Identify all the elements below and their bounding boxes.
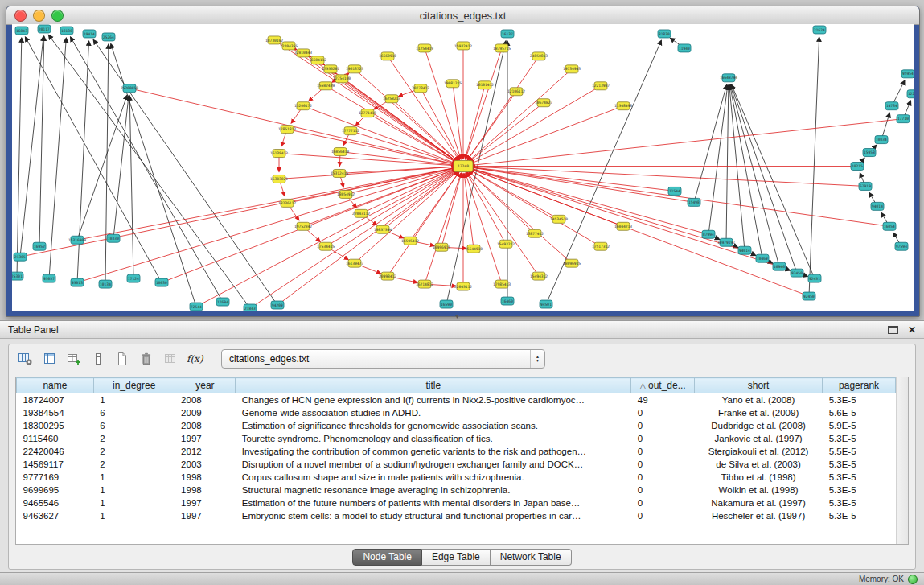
graph-node[interactable]: 87994	[702, 230, 715, 238]
column-header-out_de[interactable]: △ out_de...	[631, 378, 695, 393]
graph-node[interactable]: 15932412	[454, 42, 472, 50]
graph-node[interactable]: 18054912	[337, 190, 355, 198]
graph-node[interactable]: 11548498	[614, 102, 632, 110]
graph-node[interactable]: 19752342	[294, 222, 312, 230]
graph-node[interactable]: 18096915	[563, 259, 581, 267]
graph-node[interactable]: 22043112	[352, 209, 370, 217]
graph-node[interactable]: 17556201	[322, 65, 339, 73]
graph-node[interactable]: 18236112	[278, 199, 296, 207]
graph-node[interactable]: 72544	[190, 303, 203, 311]
graph-node[interactable]: 19613725	[346, 65, 363, 73]
graph-node[interactable]: 19081215	[444, 80, 462, 88]
graph-node[interactable]: 11254419	[416, 44, 433, 52]
window-titlebar[interactable]: citations_edges.txt	[6, 6, 919, 25]
graph-node[interactable]: 25264	[102, 33, 115, 41]
graph-node[interactable]: 16258213	[383, 95, 400, 103]
graph-node[interactable]: 16660910	[379, 52, 396, 60]
splitter-handle[interactable]: ▾	[455, 312, 459, 320]
graph-node[interactable]: 19414	[83, 30, 96, 38]
table-row[interactable]: 969969511998Structural magnetic resonanc…	[17, 484, 896, 496]
graph-node[interactable]: 21843	[244, 304, 257, 311]
function-builder-icon[interactable]: f(x)	[184, 348, 205, 369]
graph-node[interactable]: 17851813	[278, 126, 296, 134]
graph-node[interactable]: 16590	[440, 300, 453, 308]
graph-node[interactable]: 92450	[803, 292, 815, 300]
graph-node[interactable]: 17777112	[342, 127, 359, 135]
graph-node[interactable]: 17534415	[317, 242, 335, 250]
graph-node[interactable]: 16043	[15, 27, 28, 35]
table-row[interactable]: 1456911722003Disruption of a novel membe…	[17, 458, 896, 471]
graph-node[interactable]: 12771419	[359, 109, 376, 117]
window-minimize-button[interactable]	[33, 10, 45, 22]
table-row[interactable]: 1872400712008Changes of HCN gene express…	[17, 393, 896, 407]
column-header-name[interactable]: name	[17, 378, 94, 393]
graph-node[interactable]: 95954	[901, 70, 914, 78]
column-header-short[interactable]: short	[694, 378, 822, 393]
graph-node[interactable]: 16946	[773, 262, 786, 270]
delete-column-icon[interactable]	[88, 348, 109, 369]
graph-node[interactable]: 12204355	[280, 42, 298, 50]
graph-node[interactable]: 81830	[658, 30, 671, 38]
network-canvas[interactable]: 1873016212204355228104431660411217556201…	[12, 24, 914, 311]
create-column-icon[interactable]	[64, 348, 84, 369]
graph-node[interactable]: 13877412	[526, 229, 544, 237]
graph-node[interactable]: 16952	[33, 242, 46, 250]
graph-node[interactable]: 16139477	[346, 259, 363, 267]
window-zoom-button[interactable]	[51, 10, 64, 22]
graph-node[interactable]: 16648794	[720, 74, 737, 82]
graph-node[interactable]: 10469	[756, 254, 769, 262]
graph-svg[interactable]: 1873016212204355228104431660411217556201…	[12, 24, 914, 311]
graph-node[interactable]: 97594	[895, 242, 908, 250]
graph-node[interactable]: 11940	[678, 44, 691, 52]
show-columns-icon[interactable]	[39, 348, 60, 369]
graph-node[interactable]: 16101412	[476, 81, 494, 89]
table-row[interactable]: 946362711997Embryonic stem cells: a mode…	[17, 509, 896, 522]
graph-node[interactable]: 94614	[738, 246, 751, 254]
graph-node[interactable]: 15493212	[497, 240, 515, 248]
graph-node[interactable]: 16979197	[717, 238, 735, 246]
graph-node[interactable]: 10030	[155, 278, 168, 286]
graph-node[interactable]: 22045112	[454, 282, 472, 290]
graph-node[interactable]: 19857594	[374, 225, 392, 233]
column-header-in_degree[interactable]: in_degree	[93, 378, 175, 393]
column-header-pagerank[interactable]: pagerank	[823, 378, 896, 393]
graph-node[interactable]: 17240	[454, 161, 473, 172]
table-row[interactable]: 911546021997Tourette syndrome. Phenomeno…	[17, 432, 896, 445]
graph-node[interactable]: 18795715	[493, 44, 511, 52]
float-panel-icon[interactable]	[888, 326, 898, 334]
table-row[interactable]: 2242004622012Investigating the contribut…	[17, 445, 896, 458]
column-header-year[interactable]: year	[175, 378, 236, 393]
graph-node[interactable]: 92450	[791, 269, 803, 277]
window-close-button[interactable]	[14, 10, 27, 22]
graph-node[interactable]: 17694	[216, 298, 229, 306]
tab-node-table[interactable]: Node Table	[352, 549, 422, 566]
graph-node[interactable]: 16460	[501, 297, 514, 305]
column-header-title[interactable]: title	[236, 378, 631, 393]
graph-node[interactable]: 16139412	[270, 150, 288, 158]
graph-node[interactable]: 17985413	[493, 280, 511, 288]
graph-node[interactable]: 15303021	[270, 175, 288, 183]
graph-node[interactable]: 92451	[808, 274, 821, 282]
graph-node[interactable]: 11544	[668, 187, 681, 195]
graph-node[interactable]: 16856410	[331, 148, 349, 156]
graph-node[interactable]: 10674827	[535, 99, 552, 107]
graph-node[interactable]: 95057	[43, 274, 55, 282]
table-row[interactable]: 946554611997Estimation of the future num…	[17, 496, 896, 509]
delete-table-icon[interactable]	[136, 348, 157, 369]
create-table-icon[interactable]	[112, 348, 133, 369]
import-table-icon[interactable]	[160, 348, 181, 369]
graph-node[interactable]: 15544910	[465, 245, 483, 253]
tab-network-table[interactable]: Network Table	[491, 549, 572, 566]
graph-node[interactable]: 20773413	[412, 84, 429, 93]
table-mode-icon[interactable]	[15, 348, 36, 369]
graph-node[interactable]: 67919	[859, 182, 872, 190]
graph-node[interactable]: 25260650	[121, 84, 138, 93]
graph-node[interactable]: 16604112	[309, 56, 326, 64]
graph-node[interactable]: 94014	[871, 202, 884, 210]
graph-node[interactable]: 12213987	[592, 82, 610, 90]
graph-node[interactable]: 20998417	[379, 272, 396, 280]
graph-node[interactable]: 10134	[99, 280, 112, 288]
graph-node[interactable]: 21305	[14, 253, 27, 261]
graph-node[interactable]: 17710	[897, 115, 910, 123]
graph-node[interactable]: 13200172	[294, 102, 312, 110]
